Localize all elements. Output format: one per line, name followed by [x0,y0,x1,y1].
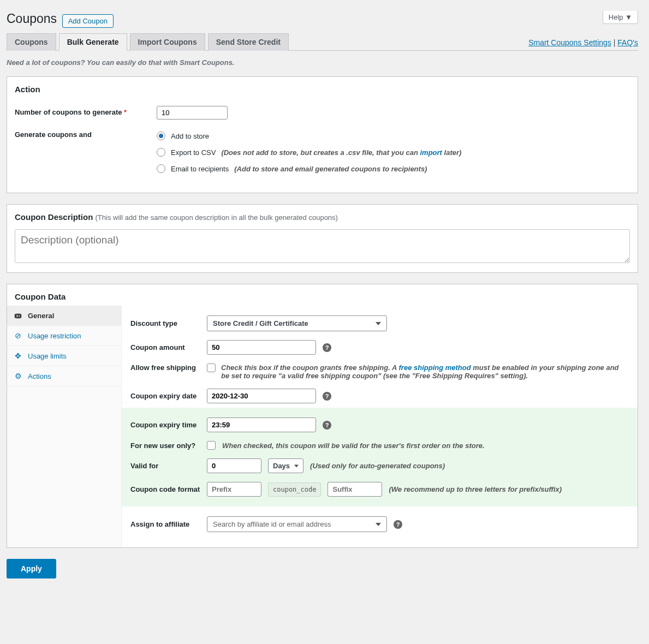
move-icon: ✥ [14,351,22,360]
radio-export-csv[interactable] [157,148,165,157]
affiliate-select[interactable]: Search by affiliate id or email address [207,516,387,532]
sidebar-general[interactable]: 🎟 General [7,306,121,326]
sidebar-usage-restriction[interactable]: ⊘ Usage restriction [7,326,121,346]
discount-type-label: Discount type [130,319,200,327]
valid-for-input[interactable] [207,458,261,473]
import-link[interactable]: import [420,148,442,157]
help-icon[interactable]: ? [323,421,331,430]
prefix-input[interactable] [207,482,261,497]
action-heading: Action [7,77,638,98]
radio-email-recipients-label: Email to recipients [171,165,229,173]
coupon-data-sidebar: 🎟 General ⊘ Usage restriction ✥ Usage li… [7,306,122,547]
radio-email-recipients[interactable] [157,164,165,173]
sidebar-usage-limits[interactable]: ✥ Usage limits [7,346,121,366]
expiry-time-input[interactable] [207,418,316,432]
bulk-subtext: Need a lot of coupons? You can easily do… [7,58,638,67]
apply-button[interactable]: Apply [7,559,56,579]
tab-coupons[interactable]: Coupons [7,33,56,51]
valid-for-hint: (Used only for auto-generated coupons) [310,462,445,470]
ticket-icon: 🎟 [14,311,22,320]
code-format-label: Coupon code format [130,485,200,493]
coupon-data-box: Coupon Data 🎟 General ⊘ Usage restrictio… [7,284,638,548]
radio-add-to-store-label: Add to store [171,132,209,140]
no-entry-icon: ⊘ [14,331,22,340]
tab-send-store-credit[interactable]: Send Store Credit [208,33,289,51]
num-coupons-label: Number of coupons to generate [15,108,122,116]
nav-tabs: Coupons Bulk Generate Import Coupons Sen… [7,33,291,50]
affiliate-label: Assign to affiliate [130,520,200,528]
help-dropdown[interactable]: Help ▼ [603,11,638,24]
coupon-description-sub: (This will add the same coupon descripti… [96,213,338,222]
coupon-description-textarea[interactable] [15,229,630,263]
format-hint: (We recommend up to three letters for pr… [389,485,562,493]
free-shipping-label: Allow free shipping [130,363,200,372]
action-box: Action Number of coupons to generate * G… [7,76,638,193]
free-shipping-checkbox[interactable] [207,363,216,372]
help-icon[interactable]: ? [323,392,331,401]
page-title: Coupons [7,7,57,28]
expiry-date-input[interactable] [207,389,316,403]
radio-email-recipients-hint: (Add to store and email generated coupon… [234,165,427,173]
expiry-date-label: Coupon expiry date [130,392,200,400]
sidebar-actions[interactable]: ⚙ Actions [7,366,121,386]
code-chip: coupon_code [268,482,321,497]
expiry-time-label: Coupon expiry time [130,421,200,429]
generate-and-label: Generate coupons and [15,124,157,185]
valid-for-label: Valid for [130,462,200,470]
add-coupon-button[interactable]: Add Coupon [62,14,114,28]
coupon-amount-input[interactable] [207,340,316,355]
gear-icon: ⚙ [14,372,22,380]
radio-add-to-store[interactable] [157,132,165,140]
tab-bulk-generate[interactable]: Bulk Generate [59,33,127,51]
suffix-input[interactable] [328,482,382,497]
faqs-link[interactable]: FAQ's [617,38,638,47]
new-user-checkbox[interactable] [207,441,216,450]
new-user-label: For new user only? [130,442,200,450]
coupon-data-heading: Coupon Data [7,284,638,306]
discount-type-select[interactable]: Store Credit / Gift Certificate [207,315,387,331]
radio-export-csv-label: Export to CSV [171,148,216,157]
smart-coupons-settings-link[interactable]: Smart Coupons Settings [528,38,611,47]
coupon-description-heading: Coupon Description [15,212,93,222]
tab-import-coupons[interactable]: Import Coupons [130,33,205,51]
valid-for-unit-select[interactable]: Days [268,458,303,473]
required-icon: * [124,108,127,116]
help-icon[interactable]: ? [323,343,331,352]
num-coupons-input[interactable] [157,106,228,120]
coupon-description-box: Coupon Description (This will add the sa… [7,204,638,273]
new-user-desc: When checked, this coupon will be valid … [222,442,485,450]
free-shipping-method-link[interactable]: free shipping method [399,363,471,372]
help-icon[interactable]: ? [394,520,402,529]
coupon-amount-label: Coupon amount [130,343,200,351]
